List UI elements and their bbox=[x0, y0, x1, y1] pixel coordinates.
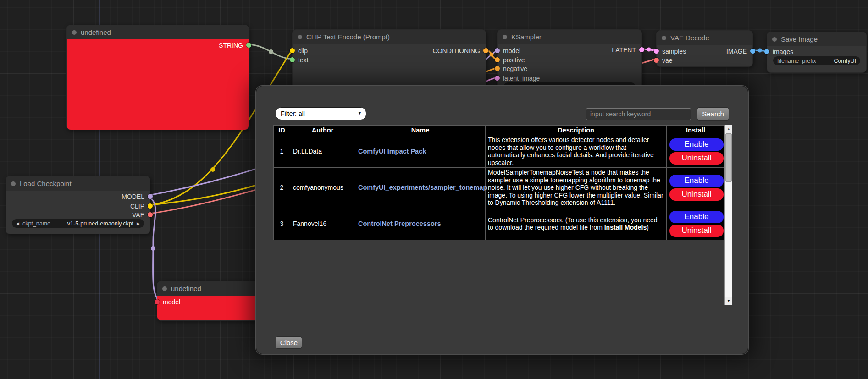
scroll-up-icon[interactable]: ▲ bbox=[725, 125, 732, 133]
collapse-dot[interactable] bbox=[662, 36, 666, 40]
node-title-bar[interactable]: undefined bbox=[67, 25, 249, 39]
extension-name: ControlNet Preprocessors bbox=[355, 208, 486, 240]
port-dot[interactable] bbox=[639, 47, 644, 52]
node-vae-decode[interactable]: VAE Decode samples vae IMAGE bbox=[656, 30, 753, 67]
port-label: latent_image bbox=[503, 75, 540, 82]
widget-label: filename_prefix bbox=[777, 58, 816, 64]
close-button[interactable]: Close bbox=[276, 336, 302, 349]
collapse-dot[interactable] bbox=[503, 35, 507, 39]
collapse-dot[interactable] bbox=[72, 30, 77, 35]
port-dot[interactable] bbox=[246, 43, 251, 48]
port-label: STRING bbox=[219, 42, 243, 49]
port-dot[interactable] bbox=[155, 299, 160, 304]
port-dot[interactable] bbox=[495, 48, 500, 53]
output-clip[interactable]: CLIP bbox=[130, 203, 153, 209]
install-cell: EnableUninstall bbox=[667, 135, 725, 168]
uninstall-button[interactable]: Uninstall bbox=[669, 225, 724, 237]
port-dot[interactable] bbox=[495, 66, 500, 71]
extension-id: 3 bbox=[274, 208, 290, 240]
extension-link[interactable]: ComfyUI_experiments/sampler_tonemap bbox=[358, 184, 487, 191]
node-title-bar[interactable]: KSampler bbox=[498, 30, 641, 44]
collapse-dot[interactable] bbox=[772, 37, 777, 42]
node-title-bar[interactable]: Load Checkpoint bbox=[6, 176, 150, 191]
extension-link[interactable]: ControlNet Preprocessors bbox=[358, 220, 441, 227]
enable-button[interactable]: Enable bbox=[669, 138, 724, 151]
enable-button[interactable]: Enable bbox=[669, 175, 724, 187]
output-vae[interactable]: VAE bbox=[132, 212, 153, 218]
collapse-dot[interactable] bbox=[162, 286, 167, 291]
input-images[interactable]: images bbox=[764, 49, 793, 55]
port-dot[interactable] bbox=[495, 76, 500, 81]
output-latent[interactable]: LATENT bbox=[612, 47, 644, 53]
table-scrollbar[interactable]: ▲ ▼ bbox=[724, 125, 732, 305]
table-header-row: IDAuthorNameDescriptionInstall bbox=[274, 126, 725, 135]
node-title-bar[interactable]: CLIP Text Encode (Prompt) bbox=[293, 30, 486, 44]
filename-prefix-widget[interactable]: filename_prefix ComfyUI bbox=[773, 56, 860, 65]
output-model[interactable]: MODEL bbox=[122, 193, 153, 199]
node-title-bar[interactable]: Save Image bbox=[767, 32, 866, 46]
filter-select[interactable]: Filter: all bbox=[276, 107, 366, 120]
port-label: positive bbox=[503, 56, 525, 64]
scrollbar-thumb[interactable] bbox=[725, 133, 732, 182]
extension-description: This extension offers various detector n… bbox=[486, 135, 667, 168]
output-conditioning[interactable]: CONDITIONING bbox=[433, 48, 488, 54]
output-image[interactable]: IMAGE bbox=[726, 48, 755, 54]
node-load-checkpoint[interactable]: Load Checkpoint MODEL CLIP VAE ◀ ckpt_na… bbox=[6, 176, 150, 234]
column-header-id: ID bbox=[274, 126, 290, 135]
port-dot[interactable] bbox=[148, 203, 153, 209]
input-clip[interactable]: clip bbox=[290, 48, 308, 54]
port-dot[interactable] bbox=[290, 48, 295, 53]
next-arrow-icon[interactable]: ▶ bbox=[137, 221, 140, 226]
node-title: undefined bbox=[171, 285, 201, 292]
port-dot[interactable] bbox=[483, 48, 488, 53]
link-dot bbox=[490, 53, 494, 57]
input-negative[interactable]: negative bbox=[495, 66, 527, 71]
input-vae[interactable]: vae bbox=[654, 57, 673, 63]
graph-canvas[interactable]: undefined STRING CLIP Text Encode (Promp… bbox=[0, 0, 868, 379]
input-text[interactable]: text bbox=[290, 57, 309, 63]
port-dot[interactable] bbox=[290, 57, 295, 62]
node-title: CLIP Text Encode (Prompt) bbox=[306, 33, 390, 41]
extension-row: 3Fannovel16ControlNet PreprocessorsContr… bbox=[274, 208, 725, 240]
port-dot[interactable] bbox=[750, 49, 755, 54]
port-dot[interactable] bbox=[654, 49, 659, 54]
input-model[interactable]: model bbox=[155, 299, 180, 305]
port-dot[interactable] bbox=[654, 58, 659, 63]
enable-button[interactable]: Enable bbox=[669, 211, 724, 223]
input-positive[interactable]: positive bbox=[495, 57, 525, 63]
input-latent-image[interactable]: latent_image bbox=[495, 75, 540, 81]
node-title: undefined bbox=[81, 28, 111, 36]
scroll-down-icon[interactable]: ▼ bbox=[725, 297, 732, 305]
port-dot[interactable] bbox=[495, 57, 500, 62]
node-title-bar[interactable]: VAE Decode bbox=[657, 31, 752, 45]
collapse-dot[interactable] bbox=[298, 35, 302, 39]
input-model[interactable]: model bbox=[495, 48, 520, 54]
search-button[interactable]: Search bbox=[697, 107, 729, 121]
column-header-description: Description bbox=[486, 126, 667, 135]
ckpt-name-widget[interactable]: ◀ ckpt_name v1-5-pruned-emaonly.ckpt ▶ bbox=[12, 219, 144, 228]
link-string-to-text bbox=[249, 44, 292, 59]
previous-arrow-icon[interactable]: ◀ bbox=[16, 221, 19, 226]
widget-value: ComfyUI bbox=[834, 58, 856, 64]
port-label: CLIP bbox=[130, 203, 144, 210]
port-dot[interactable] bbox=[764, 49, 769, 54]
extension-link[interactable]: ComfyUI Impact Pack bbox=[358, 148, 426, 155]
input-samples[interactable]: samples bbox=[654, 48, 686, 54]
uninstall-button[interactable]: Uninstall bbox=[669, 188, 724, 201]
extension-id: 2 bbox=[274, 168, 290, 208]
uninstall-button[interactable]: Uninstall bbox=[669, 152, 724, 165]
extension-author: Fannovel16 bbox=[290, 208, 355, 240]
extension-name: ComfyUI_experiments/sampler_tonemap bbox=[355, 168, 486, 208]
search-input[interactable] bbox=[586, 108, 691, 120]
node-undefined-top[interactable]: undefined STRING bbox=[66, 25, 249, 130]
node-save-image[interactable]: Save Image images filename_prefix ComfyU… bbox=[767, 32, 867, 73]
port-dot[interactable] bbox=[148, 212, 153, 217]
node-title: KSampler bbox=[511, 33, 542, 41]
custom-nodes-dialog: Filter: all ▼ Search IDAuthorNameDescrip… bbox=[256, 86, 748, 354]
node-clip-text-encode[interactable]: CLIP Text Encode (Prompt) clip text COND… bbox=[292, 29, 486, 93]
port-dot[interactable] bbox=[148, 194, 153, 199]
extension-description: ControlNet Preprocessors. (To use this e… bbox=[486, 208, 667, 240]
collapse-dot[interactable] bbox=[11, 181, 16, 186]
widget-label: ckpt_name bbox=[22, 220, 50, 227]
output-string[interactable]: STRING bbox=[219, 42, 251, 48]
